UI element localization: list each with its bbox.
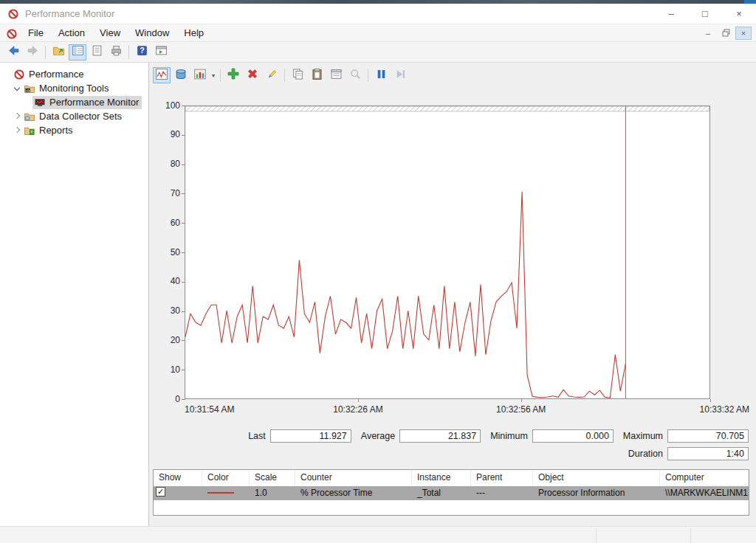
menu-item-view[interactable]: View [92,24,128,41]
sidebar-item-performance-monitor[interactable]: Performance Monitor [0,95,148,109]
window-title: Performance Monitor [25,8,114,19]
sidebar-item-performance[interactable]: Performance [0,67,148,81]
processor-time-series [185,192,625,398]
step-icon [394,68,407,83]
maximize-button[interactable]: □ [688,4,722,24]
back-button[interactable] [4,44,22,60]
pause-icon [375,68,388,83]
folder-report-icon [24,125,35,136]
tree-item-label: Performance Monitor [49,97,139,108]
x-axis-tick-label: 10:33:32 AM [700,404,749,415]
console-tree-toggle-button[interactable] [69,44,86,60]
add-counter-button[interactable] [224,67,242,83]
menu-item-window[interactable]: Window [128,24,176,41]
chevron-right-icon[interactable] [12,125,22,136]
y-axis-tick-mark [182,135,185,136]
chevron-spacer [1,69,12,80]
y-axis-tick-mark [182,340,185,341]
counter-legend-table: ShowColorScaleCounterInstanceParentObjec… [153,469,749,516]
chevron-down-icon[interactable] [12,83,22,94]
copy-properties-button[interactable] [289,67,306,83]
forward-arrow-icon [27,44,39,60]
menu-items: FileActionViewWindowHelp [21,24,211,41]
export-button[interactable] [49,44,67,60]
status-divider [596,528,597,543]
performance-icon [13,69,25,80]
y-axis-tick-label: 100 [149,100,180,111]
sidebar-item-data-collector-sets[interactable]: Data Collector Sets [0,109,148,123]
child-close-button[interactable]: × [735,27,752,40]
performance-monitor-pane: ▾ 1009080706050403020100 10:31:54 AM10:3… [149,63,756,526]
legend-show-cell: ✓ [154,486,202,500]
x-axis-tick-mark [710,399,711,402]
copy-icon [292,68,304,83]
legend-column-header-show[interactable]: Show [154,470,202,486]
y-axis-tick-mark [182,282,185,283]
dropdown-caret-icon[interactable]: ▾ [210,67,217,83]
duration-value: 1:40 [667,447,749,460]
highlight-button[interactable] [263,67,281,83]
action-pane-toggle-button[interactable] [152,44,170,60]
show-checkbox[interactable]: ✓ [156,487,165,497]
paste-counter-list-button[interactable] [308,67,326,83]
sidebar-item-monitoring-tools[interactable]: Monitoring Tools [0,81,148,95]
properties-button[interactable] [88,44,106,60]
menu-item-action[interactable]: Action [51,24,92,41]
help-button[interactable]: ? [133,44,151,60]
legend-scale-cell: 1.0 [250,486,295,500]
y-axis-tick-label: 40 [149,276,180,286]
y-axis-tick-label: 20 [149,335,180,345]
legend-counter-row[interactable]: ✓1.0% Processor Time_Total---Processor I… [154,486,749,500]
forward-button[interactable] [24,44,41,60]
y-axis-tick-mark [182,223,185,224]
minimize-button[interactable]: – [654,4,688,24]
maximum-value: 70.705 [667,429,749,443]
properties-icon [330,68,343,83]
legend-column-header-parent[interactable]: Parent [471,470,533,486]
legend-instance-cell: _Total [412,486,471,500]
performance-monitor-window: { "window": { "title": "Performance Moni… [0,0,756,543]
delete-counter-button[interactable] [244,67,261,83]
tree-item-label: Performance [29,69,83,80]
stat-average: Average 21.837 [361,429,481,443]
y-axis-tick-label: 30 [149,305,180,316]
legend-column-header-counter[interactable]: Counter [295,470,412,486]
graph-type-icon [193,68,207,83]
legend-column-header-color[interactable]: Color [202,470,250,486]
y-axis-tick-mark [182,399,185,400]
zoom-button[interactable] [346,67,364,83]
menu-item-help[interactable]: Help [176,24,211,41]
update-data-button[interactable] [391,67,409,83]
legend-column-header-object[interactable]: Object [533,470,660,486]
close-button[interactable]: × [722,4,756,24]
view-log-data-button[interactable] [172,67,190,83]
action-pane-icon [155,44,168,60]
child-restore-button[interactable] [718,27,734,40]
legend-column-header-instance[interactable]: Instance [412,470,471,486]
perfmon-menu-icon [6,28,16,38]
processor-time-line-chart [185,106,709,398]
document-icon [91,44,103,60]
delete-x-icon [246,67,259,83]
y-axis-tick-label: 60 [149,218,180,228]
chart-activity-icon [155,68,168,83]
print-button[interactable] [107,44,125,60]
printer-icon [110,44,123,60]
menu-item-file[interactable]: File [21,24,51,41]
minimum-label: Minimum [490,431,528,441]
legend-column-header-computer[interactable]: Computer [660,470,749,486]
freeze-display-button[interactable] [372,67,390,83]
menu-bar: FileActionViewWindowHelp – × [0,24,756,42]
legend-column-header-scale[interactable]: Scale [250,470,295,486]
view-current-activity-button[interactable] [153,67,171,83]
change-graph-type-button[interactable] [191,67,209,83]
stat-duration: Duration 1:40 [628,447,749,460]
minimum-value: 0.000 [532,429,614,443]
sidebar-item-reports[interactable]: Reports [0,123,148,137]
chevron-right-icon[interactable] [12,111,22,122]
status-divider [690,528,691,543]
child-minimize-button[interactable]: – [700,27,716,40]
average-value: 21.837 [399,429,481,443]
properties-dialog-button[interactable] [327,67,345,83]
x-axis-tick-mark [521,399,522,402]
